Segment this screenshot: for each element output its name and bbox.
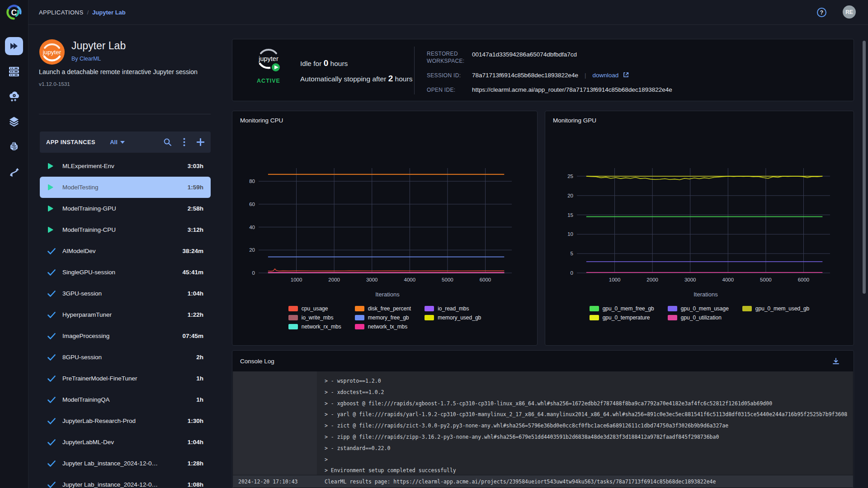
app-instance-row[interactable]: 3GPU-session1:04h (40, 283, 211, 304)
console-log-line: > - zstandard==0.22.0 (317, 443, 853, 454)
legend-item-memory_used_gb[interactable]: memory_used_gb (425, 314, 481, 321)
console-log-lines: > - wsproto==1.2.0> - xdoctest==1.0.2> -… (317, 375, 853, 475)
app-instance-row[interactable]: Jupyter Lab_instance_2024-12-0…1:08h (40, 474, 211, 488)
instance-duration: 38:24m (182, 248, 203, 254)
sidebar-item-models[interactable] (9, 141, 19, 152)
sidebar-item-workers-queues[interactable] (9, 66, 19, 77)
app-instance-row[interactable]: JupyterLab-Research-Prod1:30h (40, 410, 211, 432)
app-instance-row[interactable]: MLExperiment-Env3:03h (40, 155, 211, 177)
instance-duration: 3:12h (188, 226, 203, 233)
legend-label: gpu_0_utilization (681, 314, 722, 321)
app-instance-row[interactable]: ModelTraining-CPU3:12h (40, 219, 211, 240)
check-icon (47, 418, 56, 424)
log-timestamp: 2024-12-20 17:10:43 (233, 479, 317, 485)
legend-label: network_rx_mbs (302, 324, 341, 330)
legend-swatch (668, 315, 677, 320)
check-icon (47, 397, 56, 403)
idle-line: Idle for 0 hours (300, 58, 412, 68)
legend-label: gpu_0_mem_used_gb (755, 305, 809, 312)
avatar[interactable]: RE (843, 5, 856, 19)
filter-value: All (110, 139, 118, 145)
breadcrumb-separator: / (87, 9, 89, 16)
legend-item-gpu_0_mem_usage[interactable]: gpu_0_mem_usage (668, 305, 729, 312)
app-instance-row[interactable]: HyperparamTuner1:22h (40, 304, 211, 325)
legend-swatch (590, 306, 599, 311)
app-instance-row[interactable]: ModelTesting1:59h (40, 177, 211, 198)
legend-swatch (355, 324, 364, 329)
legend-item-network_tx_mbs[interactable]: network_tx_mbs (355, 324, 411, 330)
x-tick-label: 2000 (646, 277, 658, 282)
legend-item-io_read_mbs[interactable]: io_read_mbs (425, 305, 481, 312)
cpu-chart-title: Monitoring CPU (240, 117, 283, 124)
download-log-button[interactable] (832, 357, 840, 365)
play-icon (47, 205, 53, 212)
results-page-link[interactable]: ClearML results page: https://clearml-ap… (325, 479, 716, 485)
app-instance-row[interactable]: PreTrainerModel-FineTuner1h (40, 368, 211, 389)
instance-name: ModelTraining-CPU (62, 226, 116, 233)
console-gutter (233, 371, 317, 475)
instance-duration: 1h (196, 396, 203, 403)
kebab-menu-icon[interactable] (183, 138, 185, 146)
app-instance-row[interactable]: Jupyter Lab_instance_2024-12-0…1:28h (40, 453, 211, 474)
legend-label: disk_free_percent (368, 305, 411, 312)
cloud-gear-icon (8, 90, 20, 102)
console-log-body[interactable]: > - wsproto==1.2.0> - xdoctest==1.0.2> -… (233, 371, 853, 488)
sidebar-item-autoscalers[interactable] (8, 90, 20, 102)
app-instances-header: APP INSTANCES All (40, 131, 211, 153)
download-link[interactable]: download (593, 72, 619, 79)
legend-label: gpu_0_temperature (603, 314, 650, 321)
app-instance-row[interactable]: SingleGPU-session45:41m (40, 262, 211, 283)
sidebar-item-applications[interactable] (5, 37, 23, 55)
app-instance-row[interactable]: AIModelDev38:24m (40, 240, 211, 262)
y-tick-label: 60 (249, 202, 255, 207)
legend-item-gpu_0_mem_free_gb[interactable]: gpu_0_mem_free_gb (590, 305, 654, 312)
download-icon (832, 357, 840, 365)
legend-item-network_rx_mbs[interactable]: network_rx_mbs (288, 324, 341, 330)
gpu-chart: 1000200030004000500060000510152025 (554, 164, 835, 286)
app-instance-row[interactable]: ModelTrainingQA1h (40, 389, 211, 410)
app-instance-row[interactable]: 8GPU-session2h (40, 347, 211, 368)
check-icon (47, 482, 56, 488)
restored-workspace-value[interactable]: 00147a1d33594286a65074dbfbdfa7cd (472, 51, 577, 58)
instance-duration: 1:59h (188, 184, 203, 191)
check-icon (47, 333, 56, 339)
legend-item-gpu_0_utilization[interactable]: gpu_0_utilization (668, 314, 729, 321)
sidebar-item-pipelines[interactable] (9, 166, 19, 177)
breadcrumb-current-page[interactable]: Jupyter Lab (92, 9, 126, 16)
legend-item-disk_free_percent[interactable]: disk_free_percent (355, 305, 411, 312)
clearml-logo[interactable]: C (5, 4, 23, 21)
instance-name: ModelTraining-GPU (62, 205, 116, 212)
legend-swatch (425, 315, 434, 320)
breadcrumb-applications[interactable]: APPLICATIONS (39, 9, 83, 16)
help-icon[interactable]: ? (817, 8, 826, 17)
x-tick-label: 6000 (480, 277, 491, 282)
search-icon[interactable] (163, 138, 172, 146)
legend-item-memory_free_gb[interactable]: memory_free_gb (355, 314, 411, 321)
app-author-link[interactable]: By ClearML (71, 56, 101, 62)
add-instance-icon[interactable] (197, 138, 204, 146)
open-ide-url[interactable]: https://clearml.acme.ai/app_router/78a71… (472, 86, 672, 93)
app-instance-row[interactable]: JupyterLabML-Dev1:04h (40, 432, 211, 453)
legend-item-gpu_0_mem_used_gb[interactable]: gpu_0_mem_used_gb (742, 305, 809, 312)
legend-item-io_write_mbs[interactable]: io_write_mbs (288, 314, 341, 321)
breadcrumb: APPLICATIONS / Jupyter Lab (39, 9, 126, 16)
play-icon (47, 226, 53, 233)
legend-item-cpu_usage[interactable]: cpu_usage (288, 305, 341, 312)
console-log-header: Console Log (232, 351, 854, 371)
check-icon (47, 248, 56, 254)
console-log-line: > - xgboost @ file:///rapids/xgboost-1.7… (317, 398, 853, 409)
x-tick-label: 5000 (442, 277, 453, 282)
scrollbar[interactable] (863, 41, 866, 294)
x-tick-label: 3000 (684, 277, 696, 282)
app-instance-row[interactable]: ModelTraining-GPU2:58h (40, 198, 211, 219)
check-icon (47, 460, 56, 467)
field-label: OPEN IDE: (427, 86, 476, 94)
field-label: RESTORED WORKSPACE: (427, 50, 476, 65)
app-instance-row[interactable]: ImageProcessing07:45m (40, 325, 211, 347)
external-link-icon[interactable] (623, 72, 629, 78)
legend-item-gpu_0_temperature[interactable]: gpu_0_temperature (590, 314, 654, 321)
sidebar-item-datasets[interactable] (9, 116, 19, 127)
instances-filter-dropdown[interactable]: All (110, 139, 125, 145)
session-id-text[interactable]: 78a71713f6914c85b68dec1893822e4e (472, 72, 578, 79)
session-logo-word: jupyter (258, 55, 278, 62)
